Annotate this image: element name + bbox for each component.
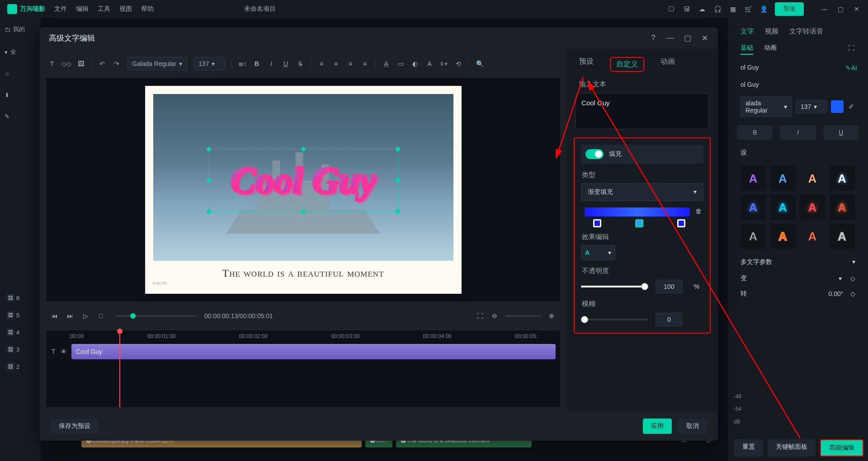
underline-icon[interactable]: U	[282, 60, 290, 68]
reset-icon[interactable]: ⟲	[454, 60, 462, 68]
effect-select[interactable]: A▾	[581, 245, 615, 260]
preset-a2[interactable]: A	[770, 166, 796, 191]
opacity-slider[interactable]	[581, 286, 648, 287]
play-icon[interactable]: ▷	[81, 312, 90, 320]
cart-icon[interactable]: 🛒	[744, 5, 752, 13]
zoom-in-icon[interactable]: ⊕	[547, 312, 556, 320]
track-icon-5[interactable]: 🖼5	[5, 306, 32, 324]
maximize-icon[interactable]: ▢	[836, 5, 844, 13]
sidebar-all[interactable]: ▾ 全	[0, 41, 41, 63]
save-preset-button[interactable]: 保存为预设	[51, 419, 99, 434]
text-selection-box[interactable]	[208, 149, 398, 212]
cloud-icon[interactable]: ☁	[698, 5, 706, 13]
menu-view[interactable]: 视图	[119, 5, 132, 13]
rp-bold[interactable]: B	[737, 125, 773, 140]
minimize-icon[interactable]: —	[820, 5, 828, 13]
shape-tool-icon[interactable]: ◇͏◇	[62, 60, 71, 68]
menu-tools[interactable]: 工具	[98, 5, 110, 13]
rp-subtab-anim[interactable]: 动画	[764, 44, 777, 55]
prev-frame-icon[interactable]: ⏮	[51, 312, 59, 320]
bold-icon[interactable]: B	[253, 60, 261, 68]
opacity-value[interactable]: 100	[656, 280, 683, 293]
preset-a7[interactable]: A	[800, 195, 825, 220]
align-center-icon[interactable]: ≡	[332, 60, 340, 68]
sidebar-my[interactable]: 🗀 我的	[0, 18, 41, 41]
rp-tab-video[interactable]: 视频	[765, 27, 778, 36]
rp-color-swatch[interactable]	[831, 100, 844, 113]
side-tab-custom[interactable]: 自定义	[610, 57, 644, 72]
text-input-area[interactable]: Cool Guy	[576, 93, 709, 129]
modal-minimize-icon[interactable]: —	[666, 34, 675, 42]
preset-a8[interactable]: A	[830, 195, 855, 220]
preset-a12[interactable]: A	[830, 224, 855, 249]
redo-icon[interactable]: ↷	[113, 60, 121, 68]
blur-slider[interactable]	[581, 319, 648, 320]
zoom-slider[interactable]	[116, 315, 197, 317]
eyedropper-icon[interactable]: ✐	[847, 103, 855, 111]
align-justify-icon[interactable]: ≡	[361, 60, 369, 68]
track-icon-4[interactable]: 🖼4	[5, 324, 32, 341]
rp-subtab-basic[interactable]: 基础	[741, 44, 753, 55]
fill-type-select[interactable]: 渐变填充▾	[581, 183, 703, 201]
gradient-stop-1[interactable]	[593, 219, 601, 227]
gradient-icon[interactable]: ◐	[411, 60, 419, 68]
align-left-icon[interactable]: ≡	[317, 60, 326, 68]
track-icon-6[interactable]: 🖼6	[5, 289, 32, 306]
rp-underline[interactable]: U	[823, 125, 859, 140]
ai-icon[interactable]: ✎AI	[847, 64, 855, 72]
expand-icon[interactable]: ⛶	[847, 44, 855, 52]
stop-icon[interactable]: □	[97, 312, 105, 320]
preset-a11[interactable]: A	[800, 224, 825, 249]
delete-stop-icon[interactable]: 🗑	[695, 207, 702, 215]
apps-icon[interactable]: ▦	[729, 5, 737, 13]
apply-button[interactable]: 应用	[643, 419, 672, 434]
track-icon-3[interactable]: 🖼3	[5, 341, 32, 358]
rp-tab-tts[interactable]: 文字转语音	[789, 27, 823, 36]
preset-a1[interactable]: A	[741, 166, 766, 191]
rp-font-select[interactable]: alada Regular ▾	[741, 96, 792, 117]
text-color-icon[interactable]: A	[382, 60, 390, 68]
sidebar-fav-icon[interactable]: ☆	[0, 63, 41, 85]
preset-a9[interactable]: A	[741, 224, 766, 249]
blur-value[interactable]: 0	[656, 313, 683, 326]
sidebar-download-icon[interactable]: ⬇	[0, 85, 41, 106]
preset-a10[interactable]: A	[770, 224, 796, 249]
gradient-stop-2[interactable]	[635, 219, 643, 227]
rp-tab-text[interactable]: 文字	[741, 27, 754, 36]
gradient-stop-3[interactable]	[677, 219, 685, 227]
opacity-100-label[interactable]: 0 ▾	[440, 60, 448, 68]
image-tool-icon[interactable]: 🖼	[77, 60, 85, 68]
track-text-icon[interactable]: T	[51, 348, 56, 356]
preset-a3[interactable]: A	[800, 166, 825, 191]
help-icon[interactable]: ?	[649, 34, 657, 42]
undo-icon[interactable]: ↶	[98, 60, 106, 68]
next-frame-icon[interactable]: ⏭	[66, 312, 74, 320]
export-button[interactable]: 导出	[775, 2, 804, 16]
side-tab-anim[interactable]: 动画	[660, 57, 675, 72]
monitor-icon[interactable]: 🖵	[667, 5, 675, 13]
text-tool-icon[interactable]: T	[48, 60, 56, 68]
strike-icon[interactable]: S̶	[296, 60, 304, 68]
timeline-clip[interactable]: Cool Guy	[71, 344, 556, 359]
scale-slider[interactable]	[505, 315, 541, 317]
preset-a4[interactable]: A	[830, 166, 855, 191]
letter-a-icon[interactable]: A	[425, 60, 434, 68]
gradient-bar[interactable]: 🗑	[585, 207, 690, 216]
sidebar-edit-icon[interactable]: ✎	[0, 106, 41, 127]
menu-help[interactable]: 帮助	[141, 5, 154, 13]
menu-edit[interactable]: 编辑	[76, 5, 89, 13]
rp-italic[interactable]: I	[780, 125, 816, 140]
close-window-icon[interactable]: ✕	[853, 5, 861, 13]
linespace-icon[interactable]: ≣↕	[238, 60, 246, 68]
crop-icon[interactable]: ⛶	[476, 312, 484, 320]
track-icon-2[interactable]: 🖼2	[5, 358, 32, 375]
menu-file[interactable]: 文件	[54, 5, 67, 13]
preset-a5[interactable]: A	[741, 195, 766, 220]
cancel-button[interactable]: 取消	[678, 419, 707, 434]
search-icon[interactable]: 🔍	[476, 60, 484, 68]
save-icon[interactable]: 🖫	[683, 5, 691, 13]
rp-fontsize[interactable]: 137 ▾	[796, 100, 827, 113]
highlight-icon[interactable]: ▭	[396, 60, 405, 68]
align-right-icon[interactable]: ≡	[346, 60, 354, 68]
chevron-down-icon[interactable]: ▾	[852, 258, 855, 266]
